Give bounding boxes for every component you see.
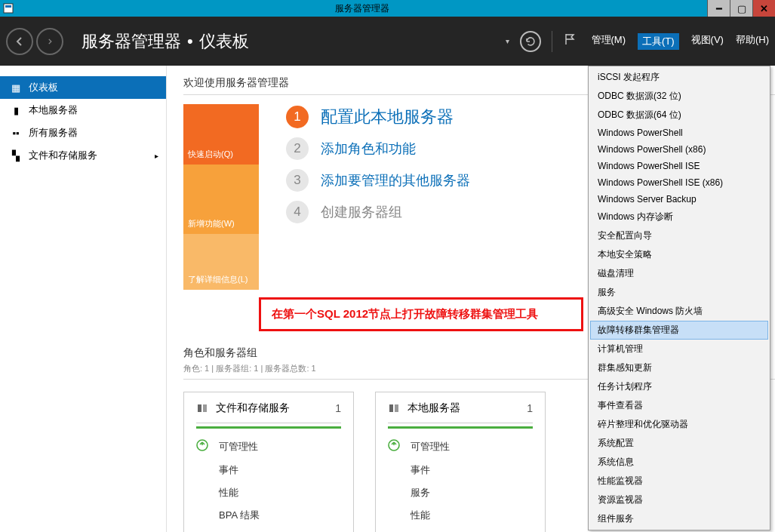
- sidebar: ▦仪表板▮本地服务器▪▪所有服务器▚文件和存储服务▸: [0, 66, 167, 532]
- card-status-bar: [196, 426, 341, 429]
- card-row-label: BPA 结果: [219, 509, 260, 522]
- card-row[interactable]: 可管理性: [388, 435, 533, 459]
- refresh-button[interactable]: [520, 31, 541, 52]
- notifications-flag-icon[interactable]: [563, 32, 577, 50]
- sidebar-item-label: 本地服务器: [29, 103, 78, 117]
- storage-icon: ▚: [11, 150, 21, 161]
- menu-tools[interactable]: 工具(T): [638, 33, 679, 50]
- step-number-badge: 4: [286, 201, 309, 223]
- card-row[interactable]: 可管理性: [196, 435, 341, 459]
- tools-menu-item[interactable]: 资源监视器: [590, 490, 768, 509]
- card-row[interactable]: •BPA 结果: [196, 504, 341, 527]
- card-row-label: 可管理性: [411, 440, 450, 454]
- annotation-callout: 在第一个SQL 2012节点上打开故障转移群集管理工具: [259, 297, 583, 331]
- card-row-label: 性能: [411, 509, 430, 522]
- tools-menu-item[interactable]: 本地安全策略: [590, 245, 768, 264]
- tools-menu-item[interactable]: Windows Server Backup: [590, 191, 768, 208]
- card-icon: [196, 402, 208, 414]
- nav-forward-button[interactable]: [36, 28, 63, 55]
- card-title: 本地服务器: [407, 401, 460, 415]
- svg-rect-6: [395, 404, 398, 412]
- tools-menu-item[interactable]: ODBC 数据源(32 位): [590, 87, 768, 106]
- card-icon: [388, 402, 400, 414]
- status-ok-icon: [196, 439, 210, 454]
- tools-menu-item[interactable]: Windows PowerShell (x86): [590, 141, 768, 158]
- tile-whatsnew[interactable]: 新增功能(W): [183, 165, 259, 234]
- minimize-button[interactable]: ━: [707, 0, 730, 17]
- tools-menu-item[interactable]: Windows 内存诊断: [590, 208, 768, 226]
- tools-menu-item[interactable]: 系统配置: [590, 434, 768, 453]
- svg-rect-3: [203, 404, 207, 412]
- tools-menu-item[interactable]: 故障转移群集管理器: [590, 321, 768, 340]
- sidebar-item-3[interactable]: ▚文件和存储服务▸: [0, 144, 166, 167]
- tools-menu-item[interactable]: 磁盘清理: [590, 264, 768, 283]
- step-number-badge: 3: [286, 169, 309, 192]
- tools-menu-item[interactable]: 组件服务: [590, 509, 768, 528]
- breadcrumb: 服务器管理器 • 仪表板: [81, 30, 249, 53]
- card-count: 1: [335, 402, 341, 414]
- card-row-label: 服务: [411, 486, 430, 500]
- tools-menu-item[interactable]: ODBC 数据源(64 位): [590, 106, 768, 125]
- dashboard-icon: ▦: [11, 82, 21, 94]
- app-icon: [0, 0, 17, 17]
- step-label: 添加要管理的其他服务器: [321, 171, 470, 189]
- sidebar-item-0[interactable]: ▦仪表板: [0, 76, 166, 99]
- tile-learnmore[interactable]: 了解详细信息(L): [183, 234, 259, 290]
- maximize-button[interactable]: ▢: [730, 0, 752, 17]
- server-icon: ▮: [11, 105, 21, 116]
- tools-menu-item[interactable]: 服务: [590, 283, 768, 302]
- breadcrumb-page: 仪表板: [199, 30, 249, 53]
- header-icon-group: ▾: [506, 31, 577, 52]
- tools-menu-item[interactable]: Windows PowerShell: [590, 125, 768, 141]
- tools-menu-item[interactable]: 群集感知更新: [590, 358, 768, 377]
- step-label: 创建服务器组: [321, 203, 402, 221]
- step-number-badge: 1: [286, 106, 309, 128]
- card-row[interactable]: •性能: [388, 504, 533, 527]
- sidebar-item-1[interactable]: ▮本地服务器: [0, 99, 166, 121]
- card-row[interactable]: •BPA 结果: [388, 527, 533, 532]
- nav-back-button[interactable]: [6, 28, 33, 55]
- tools-menu-item[interactable]: Windows PowerShell ISE (x86): [590, 174, 768, 191]
- menu-help[interactable]: 帮助(H): [736, 33, 769, 50]
- sidebar-item-2[interactable]: ▪▪所有服务器: [0, 121, 166, 144]
- close-button[interactable]: ✕: [752, 0, 775, 17]
- card-row-label: 可管理性: [219, 440, 258, 454]
- card-status-bar: [388, 426, 533, 429]
- tools-menu-item[interactable]: iSCSI 发起程序: [590, 68, 768, 87]
- tools-menu-item[interactable]: 性能监视器: [590, 472, 768, 490]
- chevron-right-icon: ▸: [155, 152, 158, 160]
- step-label: 配置此本地服务器: [321, 106, 454, 128]
- card-header: 本地服务器 1: [388, 401, 533, 423]
- tools-menu-item[interactable]: 系统信息: [590, 453, 768, 472]
- server-group-card-1: 本地服务器 1 可管理性•事件•服务•性能•BPA 结果: [375, 392, 546, 532]
- tools-menu-item[interactable]: 高级安全 Windows 防火墙: [590, 302, 768, 321]
- tools-menu-item[interactable]: 碎片整理和优化驱动器: [590, 415, 768, 434]
- card-row[interactable]: •事件: [196, 459, 341, 481]
- card-row-label: 性能: [219, 486, 238, 500]
- sidebar-item-label: 仪表板: [29, 81, 58, 94]
- window-title: 服务器管理器: [17, 2, 707, 15]
- breadcrumb-app: 服务器管理器: [81, 30, 181, 53]
- header-toolbar: 服务器管理器 • 仪表板 ▾ 管理(M) 工具(T) 视图(V) 帮助(H): [0, 17, 775, 66]
- tile-column: 快速启动(Q) 新增功能(W) 了解详细信息(L): [183, 104, 259, 290]
- menu-bar: 管理(M) 工具(T) 视图(V) 帮助(H): [592, 33, 770, 50]
- card-row[interactable]: •服务: [388, 481, 533, 504]
- card-title: 文件和存储服务: [216, 401, 290, 415]
- card-row-label: 事件: [219, 463, 238, 477]
- server-group-card-0: 文件和存储服务 1 可管理性•事件•性能•BPA 结果: [183, 392, 354, 532]
- servers-icon: ▪▪: [11, 128, 21, 139]
- card-row[interactable]: •事件: [388, 459, 533, 481]
- menu-view[interactable]: 视图(V): [691, 33, 724, 50]
- tools-menu-item[interactable]: 事件查看器: [590, 396, 768, 415]
- tools-menu-item[interactable]: 任务计划程序: [590, 377, 768, 396]
- menu-manage[interactable]: 管理(M): [592, 33, 626, 50]
- breadcrumb-separator: •: [187, 32, 193, 51]
- tools-menu-item[interactable]: 安全配置向导: [590, 226, 768, 245]
- card-row[interactable]: •性能: [196, 481, 341, 504]
- tools-menu-item[interactable]: 计算机管理: [590, 340, 768, 358]
- tools-menu-item[interactable]: Windows PowerShell ISE: [590, 158, 768, 174]
- dropdown-icon[interactable]: ▾: [506, 37, 509, 45]
- tile-quickstart[interactable]: 快速启动(Q): [183, 104, 259, 165]
- svg-rect-2: [198, 404, 201, 412]
- svg-rect-0: [4, 4, 13, 13]
